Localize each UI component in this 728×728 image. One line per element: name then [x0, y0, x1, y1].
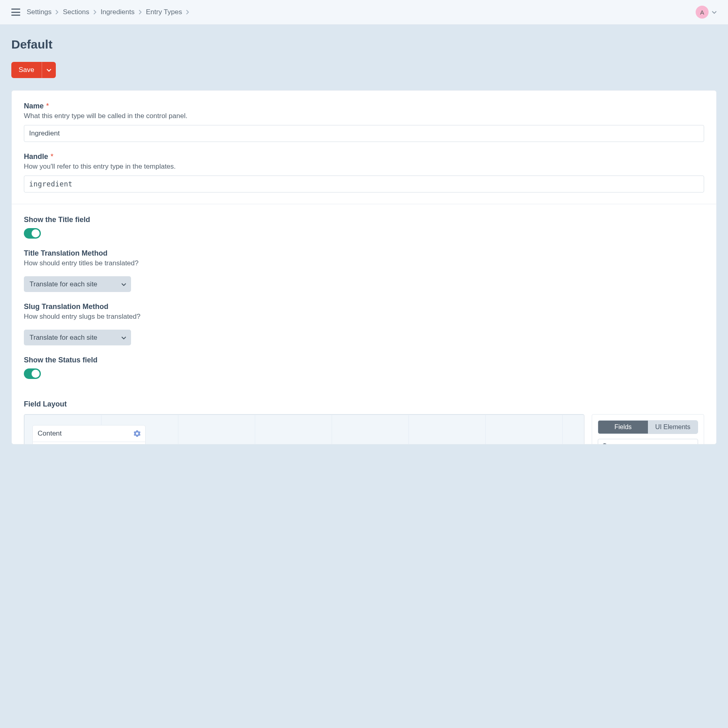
field-label: Name — [24, 102, 44, 110]
page-title: Default — [11, 38, 717, 51]
show-status-toggle[interactable] — [24, 368, 41, 379]
title-translation-select[interactable]: Translate for each site — [24, 276, 131, 292]
sidebar-tabs: Fields UI Elements — [598, 420, 698, 434]
section-basics: Name * What this entry type will be call… — [12, 91, 716, 204]
required-asterisk-icon: * — [46, 102, 49, 110]
gear-icon[interactable] — [134, 430, 140, 437]
name-input[interactable] — [24, 125, 704, 142]
breadcrumb-item-sections[interactable]: Sections — [63, 8, 89, 16]
handle-input[interactable] — [24, 176, 704, 193]
layout-tab-name: Content — [38, 430, 62, 438]
field-label: Title Translation Method — [24, 249, 108, 257]
field-help: What this entry type will be called in t… — [24, 112, 704, 120]
field-title-translation: Title Translation Method How should entr… — [24, 249, 704, 292]
slug-translation-select[interactable]: Translate for each site — [24, 330, 131, 345]
chevron-down-icon — [47, 67, 51, 73]
save-button[interactable]: Save — [11, 62, 42, 78]
field-layout-heading: Field Layout — [12, 390, 716, 414]
field-label: Slug Translation Method — [24, 303, 108, 311]
layout-tab-header[interactable]: Content — [33, 425, 145, 442]
svg-point-0 — [603, 444, 607, 444]
field-label: Handle — [24, 152, 48, 161]
breadcrumb-item-settings[interactable]: Settings — [27, 8, 51, 16]
field-show-title: Show the Title field — [24, 216, 704, 239]
app-header: Settings Sections Ingredients Entry Type… — [0, 0, 728, 25]
field-layout-sidebar: Fields UI Elements — [592, 414, 704, 444]
avatar[interactable]: A — [696, 6, 709, 19]
section-field-layout: Field Layout Content Title — [12, 390, 716, 444]
settings-card: Name * What this entry type will be call… — [11, 90, 717, 444]
section-options: Show the Title field Title Translation M… — [12, 204, 716, 390]
field-name: Name * What this entry type will be call… — [24, 102, 704, 142]
tab-ui-elements[interactable]: UI Elements — [648, 421, 698, 434]
breadcrumb-item-entry-types[interactable]: Entry Types — [146, 8, 182, 16]
field-label: Show the Status field — [24, 356, 97, 364]
chevron-right-icon — [55, 10, 59, 15]
field-help: How you'll refer to this entry type in t… — [24, 163, 704, 171]
search-icon — [602, 443, 608, 444]
breadcrumb: Settings Sections Ingredients Entry Type… — [27, 8, 696, 16]
chevron-down-icon[interactable] — [712, 8, 717, 16]
tab-fields[interactable]: Fields — [598, 421, 648, 434]
field-help: How should entry titles be translated? — [24, 259, 704, 267]
field-show-status: Show the Status field — [24, 356, 704, 379]
show-title-toggle[interactable] — [24, 228, 41, 239]
field-label: Show the Title field — [24, 216, 90, 224]
layout-tab-card: Content Title ✻ — [32, 425, 146, 444]
chevron-right-icon — [93, 10, 97, 15]
hamburger-icon[interactable] — [11, 8, 20, 16]
field-layout-canvas[interactable]: Content Title ✻ — [24, 414, 584, 444]
save-dropdown-button[interactable] — [42, 62, 56, 78]
required-asterisk-icon: * — [51, 152, 53, 161]
chevron-right-icon — [186, 10, 189, 15]
field-search-input[interactable] — [598, 439, 698, 444]
save-button-group: Save — [11, 62, 56, 78]
page-body: Default Save Name * What this entry type… — [0, 25, 728, 457]
breadcrumb-item-ingredients[interactable]: Ingredients — [101, 8, 135, 16]
field-help: How should entry slugs be translated? — [24, 313, 704, 321]
chevron-right-icon — [139, 10, 142, 15]
field-slug-translation: Slug Translation Method How should entry… — [24, 303, 704, 345]
header-user-menu: A — [696, 6, 717, 19]
field-handle: Handle * How you'll refer to this entry … — [24, 152, 704, 193]
